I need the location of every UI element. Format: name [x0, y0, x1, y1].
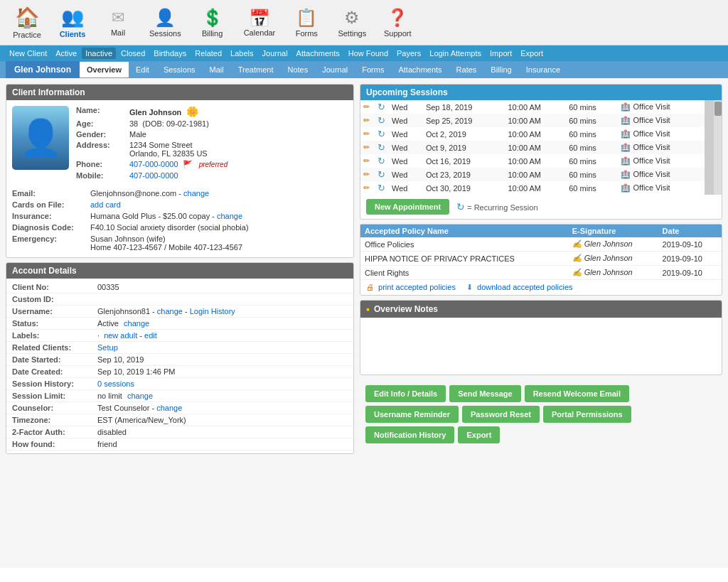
tab-treatment[interactable]: Treatment — [231, 62, 281, 77]
nav-forms[interactable]: 📋 Forms — [285, 5, 328, 41]
tab-sessions[interactable]: Sessions — [156, 62, 203, 77]
nav-mail[interactable]: ✉ Mail — [97, 6, 139, 40]
action-buttons-area: Edit Info / Details Send Message Resend … — [360, 379, 722, 449]
client-tabs: Glen Johnson Overview Edit Sessions Mail… — [0, 61, 728, 78]
subnav-related[interactable]: Related — [191, 48, 225, 58]
date-created-row: Date Created: Sep 10, 2019 1:46 PM — [6, 366, 353, 378]
phone-link[interactable]: 407-000-0000 — [129, 160, 178, 168]
subnav-journal[interactable]: Journal — [259, 48, 291, 58]
edit-session-icon[interactable]: ✏ — [363, 116, 370, 124]
related-clients-setup-link[interactable]: Setup — [97, 343, 118, 352]
subnav-import[interactable]: Import — [486, 48, 515, 58]
subnav-attachments[interactable]: Attachments — [293, 48, 343, 58]
portal-permissions-button[interactable]: Portal Permissions — [543, 406, 631, 423]
add-card-link[interactable]: add card — [90, 200, 121, 209]
recurring-session-icon[interactable]: ↻ — [378, 142, 385, 153]
left-panel: Client Information 👤 Name: Glen Johnson … — [6, 84, 354, 562]
nav-support[interactable]: ❓ Support — [376, 5, 419, 41]
subnav-inactive[interactable]: Inactive — [82, 48, 116, 59]
session-row: ✏ ↻ Wed Oct 30, 2019 10:00 AM 60 mins 🏥O… — [360, 181, 705, 195]
tab-forms[interactable]: Forms — [355, 62, 391, 77]
subnav-payers[interactable]: Payers — [393, 48, 424, 58]
session-row: ✏ ↻ Wed Oct 2, 2019 10:00 AM 60 mins 🏥Of… — [360, 127, 705, 141]
nav-clients[interactable]: 👥 Clients — [51, 4, 94, 41]
account-details-section: Account Details Client No: 00335 Custom … — [6, 262, 354, 454]
edit-session-icon[interactable]: ✏ — [363, 170, 370, 178]
tab-overview[interactable]: Overview — [80, 62, 129, 77]
timezone-value: EST (America/New_York) — [97, 416, 186, 424]
subnav-active[interactable]: Active — [52, 48, 80, 58]
subnav-how-found[interactable]: How Found — [345, 48, 392, 58]
emergency-row: Emergency: Susan Johnson (wife) Home 407… — [6, 233, 353, 253]
email-change-link[interactable]: change — [183, 189, 209, 198]
counselor-change-link[interactable]: change — [156, 404, 182, 412]
nav-practice[interactable]: 🏠 Practice — [6, 3, 48, 42]
tab-insurance[interactable]: Insurance — [519, 62, 567, 77]
recurring-session-icon[interactable]: ↻ — [378, 102, 385, 112]
edit-session-icon[interactable]: ✏ — [363, 102, 370, 111]
tab-journal[interactable]: Journal — [315, 62, 355, 77]
edit-session-icon[interactable]: ✏ — [363, 143, 370, 151]
recurring-session-icon[interactable]: ↻ — [378, 115, 385, 126]
tab-notes[interactable]: Notes — [280, 62, 315, 77]
session-limit-change-link[interactable]: change — [127, 392, 153, 400]
date-started-value: Sep 10, 2019 — [97, 355, 144, 364]
how-found-value: friend — [97, 440, 117, 448]
sub-navigation: New Client Active Inactive Closed Birthd… — [0, 45, 728, 61]
tab-rates[interactable]: Rates — [449, 62, 484, 77]
custom-id-row: Custom ID: — [6, 293, 353, 306]
notes-icon: ▪ — [366, 303, 370, 315]
nav-billing[interactable]: 💲 Billing — [191, 5, 234, 41]
label-edit-link[interactable]: edit — [144, 331, 157, 340]
send-message-button[interactable]: Send Message — [449, 385, 520, 402]
username-row: Username: Glenjohnson81 - change - Login… — [6, 306, 353, 318]
status-change-link[interactable]: change — [124, 319, 149, 328]
edit-session-icon[interactable]: ✏ — [363, 183, 370, 192]
password-reset-button[interactable]: Password Reset — [462, 406, 540, 423]
gender-value: Male — [129, 130, 146, 139]
recurring-session-icon[interactable]: ↻ — [378, 129, 385, 139]
print-policies-link[interactable]: print accepted policies — [378, 283, 456, 291]
session-history-row: Session History: 0 sessions — [6, 378, 353, 390]
nav-calendar[interactable]: 📅 SEP 10 Calendar — [237, 6, 283, 40]
timezone-row: Timezone: EST (America/New_York) — [6, 414, 353, 426]
download-policies-link[interactable]: download accepted policies — [477, 283, 573, 291]
email-row: Email: Glenjohnson@none.com - change — [6, 188, 353, 199]
edit-session-icon[interactable]: ✏ — [363, 129, 370, 138]
username-reminder-button[interactable]: Username Reminder — [365, 406, 459, 423]
subnav-birthdays[interactable]: Birthdays — [150, 48, 190, 58]
mobile-link[interactable]: 407-000-0000 — [129, 171, 178, 180]
label-new-adult-link[interactable]: new adult — [104, 331, 137, 340]
tab-edit[interactable]: Edit — [129, 62, 156, 77]
export-button[interactable]: Export — [458, 426, 500, 443]
subnav-login-attempts[interactable]: Login Attempts — [426, 48, 485, 58]
overview-notes-section: ▪ Overview Notes — [360, 300, 722, 375]
policy-name-col: Accepted Policy Name — [360, 225, 568, 237]
edit-info-button[interactable]: Edit Info / Details — [365, 385, 446, 402]
client-no-row: Client No: 00335 — [6, 281, 353, 293]
login-history-link[interactable]: Login History — [190, 307, 235, 316]
resend-welcome-button[interactable]: Resend Welcome Email — [525, 385, 629, 402]
billing-icon: 💲 — [202, 8, 223, 28]
tab-attachments[interactable]: Attachments — [391, 62, 449, 77]
recurring-session-icon[interactable]: ↻ — [378, 183, 385, 193]
scrollbar[interactable] — [713, 100, 722, 195]
notification-history-button[interactable]: Notification History — [365, 426, 454, 443]
new-appointment-button[interactable]: New Appointment — [366, 199, 449, 215]
nav-sessions[interactable]: 👤 Sessions — [142, 5, 188, 41]
session-history-link[interactable]: 0 sessions — [97, 379, 134, 388]
tab-mail[interactable]: Mail — [203, 62, 231, 77]
insurance-change-link[interactable]: change — [217, 212, 242, 220]
date-started-row: Date Started: Sep 10, 2019 — [6, 354, 353, 366]
subnav-closed[interactable]: Closed — [117, 48, 149, 58]
edit-session-icon[interactable]: ✏ — [363, 156, 370, 165]
subnav-export[interactable]: Export — [517, 48, 547, 58]
recurring-session-icon[interactable]: ↻ — [378, 169, 385, 180]
tab-billing[interactable]: Billing — [483, 62, 518, 77]
sessions-scroll-area[interactable]: ✏ ↻ Wed Sep 18, 2019 10:00 AM 60 mins 🏥O… — [360, 100, 713, 195]
nav-settings[interactable]: ⚙ Settings — [331, 5, 373, 41]
subnav-new-client[interactable]: New Client — [6, 48, 50, 58]
recurring-session-icon[interactable]: ↻ — [378, 156, 385, 166]
username-change-link[interactable]: change — [157, 307, 183, 316]
subnav-labels[interactable]: Labels — [227, 48, 257, 58]
